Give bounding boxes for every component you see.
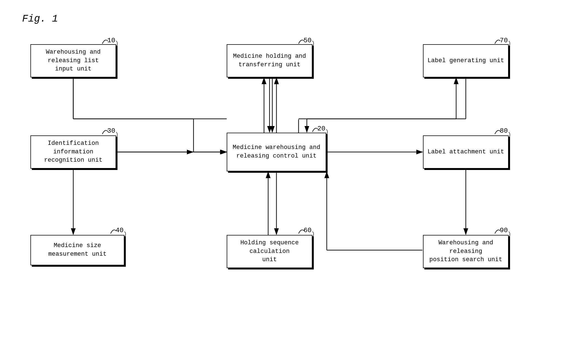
box-unit70: Label generating unit: [423, 44, 509, 77]
box-unit30: Identification informationrecognition un…: [30, 135, 116, 169]
box-unit40: Medicine size measurement unit: [30, 235, 124, 265]
ref-80: 80: [500, 127, 508, 135]
ref-50: 50: [304, 37, 312, 44]
ref-30: 30: [107, 127, 115, 135]
box-unit10: Warehousing and releasing listinput unit: [30, 44, 116, 77]
box-unit80-label: Label attachment unit: [427, 148, 504, 156]
box-unit40-label: Medicine size measurement unit: [35, 242, 120, 259]
ref-90: 90: [500, 227, 508, 234]
box-unit70-label: Label generating unit: [427, 57, 504, 65]
box-unit80: Label attachment unit: [423, 135, 509, 169]
ref-20: 20: [317, 125, 325, 132]
box-unit90: Warehousing and releasingposition search…: [423, 235, 509, 268]
box-unit30-label: Identification informationrecognition un…: [35, 139, 112, 165]
box-unit50: Medicine holding andtransferring unit: [227, 44, 312, 77]
box-unit60-label: Holding sequence calculationunit: [231, 239, 308, 264]
box-unit90-label: Warehousing and releasingposition search…: [427, 239, 504, 264]
box-unit20-label: Medicine warehousing andreleasing contro…: [233, 143, 320, 161]
box-unit10-label: Warehousing and releasing listinput unit: [35, 48, 112, 74]
ref-40: 40: [116, 227, 124, 234]
box-unit60: Holding sequence calculationunit: [227, 235, 312, 268]
ref-70: 70: [500, 37, 508, 44]
ref-60: 60: [304, 227, 312, 234]
figure-label: Fig. 1: [22, 13, 58, 25]
ref-10: 10: [107, 37, 115, 44]
box-unit50-label: Medicine holding andtransferring unit: [233, 52, 306, 69]
box-unit20: Medicine warehousing andreleasing contro…: [227, 133, 326, 171]
